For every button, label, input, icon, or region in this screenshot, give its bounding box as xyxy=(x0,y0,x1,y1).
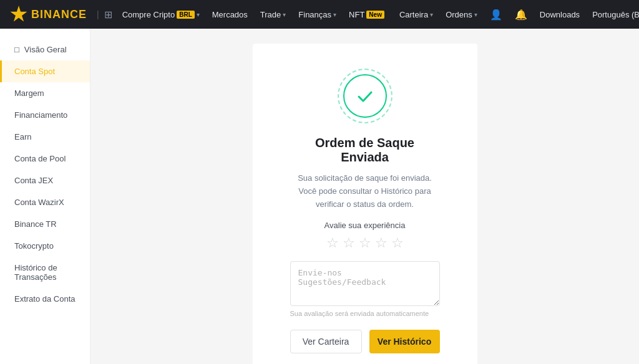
sidebar-item-earn[interactable]: Earn xyxy=(0,126,90,148)
sidebar-item-visao-geral[interactable]: □ Visão Geral xyxy=(0,39,90,60)
chevron-down-icon: ▾ xyxy=(283,11,286,18)
star-4[interactable]: ☆ xyxy=(375,235,388,251)
ver-carteira-button[interactable]: Ver Carteira xyxy=(290,330,362,353)
sidebar-item-conta-spot[interactable]: Conta Spot xyxy=(0,60,90,82)
sidebar-item-historico-transacoes[interactable]: Histórico de Transações xyxy=(0,257,90,288)
checkmark-icon xyxy=(355,86,375,106)
new-badge: New xyxy=(366,11,384,19)
star-2[interactable]: ☆ xyxy=(343,235,355,251)
chevron-down-icon: ▾ xyxy=(474,11,477,18)
solid-ring xyxy=(343,74,387,118)
action-buttons: Ver Carteira Ver Histórico xyxy=(290,330,440,353)
sidebar-item-margem[interactable]: Margem xyxy=(0,82,90,104)
nav-mercados[interactable]: Mercados xyxy=(207,10,253,19)
auto-submit-hint: Sua avaliação será enviada automaticamen… xyxy=(290,310,440,317)
stars-rating: ☆ ☆ ☆ ☆ ☆ xyxy=(326,235,404,251)
sidebar-item-conta-de-pool[interactable]: Conta de Pool xyxy=(0,148,90,170)
main-content: Ordem de Saque Enviada Sua solicitação d… xyxy=(90,29,639,364)
sidebar-item-financiamento[interactable]: Financiamento xyxy=(0,104,90,126)
binance-logo-icon xyxy=(10,6,27,23)
success-icon-wrapper xyxy=(338,69,393,123)
sidebar-item-conta-jex[interactable]: Conta JEX xyxy=(0,170,90,191)
sidebar: □ Visão Geral Conta Spot Margem Financia… xyxy=(0,29,90,364)
main-layout: □ Visão Geral Conta Spot Margem Financia… xyxy=(0,29,639,364)
sidebar-item-extrato-conta[interactable]: Extrato da Conta xyxy=(0,288,90,310)
chevron-down-icon: ▾ xyxy=(430,11,433,18)
withdrawal-success-card: Ordem de Saque Enviada Sua solicitação d… xyxy=(253,44,477,364)
sidebar-item-conta-wazirx[interactable]: Conta WazirX xyxy=(0,191,90,213)
feedback-textarea[interactable] xyxy=(290,261,440,306)
nav-financas[interactable]: Finanças ▾ xyxy=(293,10,341,19)
sidebar-item-tokocrypto[interactable]: Tokocrypto xyxy=(0,235,90,257)
nav-carteira[interactable]: Carteira ▾ xyxy=(394,10,438,19)
nav-trade[interactable]: Trade ▾ xyxy=(255,10,291,19)
chevron-down-icon: ▾ xyxy=(197,11,200,18)
language-selector[interactable]: Português (Brasil) xyxy=(587,10,639,19)
star-5[interactable]: ☆ xyxy=(391,235,404,251)
user-icon[interactable]: 👤 xyxy=(485,9,507,21)
sidebar-item-binance-tr[interactable]: Binance TR xyxy=(0,213,90,235)
star-3[interactable]: ☆ xyxy=(359,235,371,251)
nav-nft[interactable]: NFT New xyxy=(344,10,389,19)
nav-ordens[interactable]: Ordens ▾ xyxy=(441,10,482,19)
top-navigation: BINANCE | ⊞ Compre Cripto BRL ▾ Mercados… xyxy=(0,0,639,29)
topnav-right-section: Carteira ▾ Ordens ▾ 👤 🔔 Downloads Portug… xyxy=(394,9,639,21)
card-title: Ordem de Saque Enviada xyxy=(290,136,440,165)
ver-historico-button[interactable]: Ver Histórico xyxy=(369,330,440,353)
chevron-down-icon: ▾ xyxy=(333,11,336,18)
card-description: Sua solicitação de saque foi enviada. Vo… xyxy=(290,172,440,211)
logo-text: BINANCE xyxy=(31,8,87,21)
brl-badge: BRL xyxy=(177,11,195,19)
star-1[interactable]: ☆ xyxy=(326,235,339,251)
nav-compre-cripto[interactable]: Compre Cripto BRL ▾ xyxy=(117,10,205,19)
logo[interactable]: BINANCE xyxy=(10,6,87,23)
wallet-icon: □ xyxy=(14,45,19,54)
rating-label: Avalie sua experiência xyxy=(324,221,406,230)
nav-separator: | xyxy=(97,9,99,19)
bell-icon[interactable]: 🔔 xyxy=(510,9,532,21)
apps-grid-icon[interactable]: ⊞ xyxy=(104,9,112,21)
downloads-link[interactable]: Downloads xyxy=(535,10,585,19)
